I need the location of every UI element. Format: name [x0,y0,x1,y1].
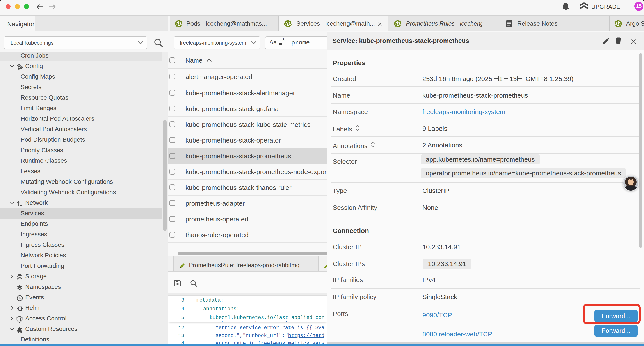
svg-text:HELM: HELM [18,308,22,310]
